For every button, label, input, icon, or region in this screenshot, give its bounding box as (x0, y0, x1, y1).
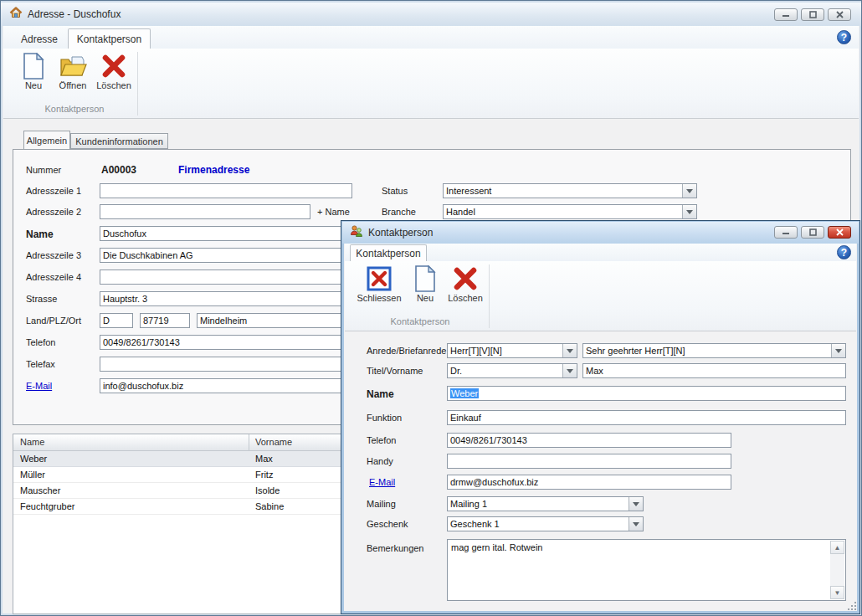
schliessen-button[interactable]: Schliessen (355, 264, 403, 303)
anrede-combo[interactable]: Herr[T][V][N] (447, 343, 577, 358)
screen: Adresse - Duschofux Adresse Kontaktperso… (0, 0, 862, 616)
handy-label: Handy (367, 456, 393, 466)
resize-grip[interactable] (848, 602, 856, 610)
chevron-down-icon[interactable] (562, 364, 577, 377)
main-titlebar[interactable]: Adresse - Duschofux (1, 3, 861, 26)
contact-person-icon (350, 224, 363, 241)
dialog-name-input[interactable]: Weber (447, 386, 846, 401)
telefon-label: Telefon (26, 337, 55, 347)
adresszeile1-input[interactable] (100, 183, 352, 198)
scrollbar[interactable]: ▲ ▼ (830, 541, 844, 599)
tab-allgemein[interactable]: Allgemein (23, 131, 70, 150)
chevron-down-icon[interactable] (562, 344, 577, 357)
cell-vorname: Sabine (255, 501, 284, 511)
dialog-maximize-button[interactable] (801, 226, 824, 239)
chevron-down-icon[interactable] (831, 344, 845, 357)
column-header-name[interactable]: Name (20, 437, 44, 447)
cell-name: Müller (20, 470, 45, 480)
plus-name-label: + Name (317, 207, 350, 217)
chevron-down-icon[interactable] (682, 205, 696, 218)
dialog-neu-button[interactable]: Neu (408, 264, 442, 303)
scroll-down-icon[interactable]: ▼ (830, 586, 844, 599)
dialog-loeschen-button-label: Löschen (448, 293, 483, 303)
chevron-down-icon[interactable] (682, 184, 696, 198)
schliessen-button-label: Schliessen (357, 293, 401, 303)
strasse-input[interactable] (100, 291, 357, 306)
dialog-close-button[interactable] (828, 226, 851, 239)
dialog-ribbon-group-label: Kontaktperson (355, 316, 485, 326)
tab-adresse[interactable]: Adresse (13, 29, 66, 49)
dialog-minimize-button[interactable] (774, 226, 798, 239)
chevron-down-icon[interactable] (629, 497, 643, 511)
dialog-name-label: Name (367, 388, 394, 400)
ort-input[interactable] (197, 313, 357, 328)
geschenk-label: Geschenk (367, 519, 408, 529)
oeffnen-button-label: Öffnen (59, 80, 87, 90)
cell-vorname: Fritz (255, 470, 273, 480)
name-input[interactable] (100, 226, 357, 241)
nummer-value: A00003 (101, 164, 136, 176)
oeffnen-button[interactable]: Öffnen (54, 52, 92, 90)
cell-name: Feuchtgruber (20, 501, 74, 511)
telefon-input[interactable] (100, 335, 357, 350)
dialog-loeschen-button[interactable]: Löschen (445, 264, 485, 303)
email-input[interactable] (100, 378, 357, 393)
vorname-input[interactable] (582, 363, 846, 378)
chevron-down-icon[interactable] (629, 517, 643, 531)
status-value: Interessent (446, 186, 680, 196)
delete-x-icon (101, 52, 126, 80)
scroll-up-icon[interactable]: ▲ (830, 541, 844, 554)
branche-label: Branche (382, 207, 416, 217)
close-button[interactable] (828, 8, 851, 21)
dialog-ribbon-group-separator (489, 264, 490, 328)
adresszeile3-label: Adresszeile 3 (26, 250, 81, 260)
branche-combo[interactable]: Handel (443, 204, 697, 219)
cell-vorname: Isolde (255, 485, 280, 495)
land-input[interactable] (100, 313, 133, 328)
cell-name: Weber (20, 454, 47, 464)
dialog-help-icon[interactable]: ? (837, 245, 851, 259)
dialog-neu-button-label: Neu (417, 293, 434, 303)
plz-input[interactable] (140, 313, 190, 328)
adresszeile3-input[interactable] (100, 248, 357, 263)
briefanrede-combo[interactable]: Sehr geehrter Herr[T][N] (582, 343, 846, 358)
main-ribbon-group-label: Kontaktperson (15, 104, 134, 114)
geschenk-combo[interactable]: Geschenk 1 (447, 516, 644, 531)
minimize-button[interactable] (774, 8, 798, 21)
funktion-input[interactable] (447, 410, 846, 425)
neu-button[interactable]: Neu (15, 52, 52, 90)
adresszeile2-input[interactable] (100, 204, 310, 219)
telefax-input[interactable] (100, 357, 357, 372)
bemerkungen-textarea[interactable]: mag gern ital. Rotwein ▲ ▼ (447, 539, 846, 601)
titel-combo[interactable]: Dr. (447, 363, 577, 378)
main-window-title: Adresse - Duschofux (28, 8, 121, 20)
briefanrede-value: Sehr geehrter Herr[T][N] (586, 346, 829, 356)
status-label: Status (382, 186, 408, 196)
dialog-telefon-input[interactable] (447, 433, 731, 448)
titel-value: Dr. (450, 366, 560, 376)
loeschen-button[interactable]: Löschen (94, 52, 134, 90)
tab-kontaktperson-label: Kontaktperson (77, 33, 141, 45)
tab-kundeninformationen-label: Kundeninformationen (75, 136, 163, 146)
mailing-combo[interactable]: Mailing 1 (447, 496, 644, 511)
firmenadresse-link[interactable]: Firmenadresse (178, 164, 249, 176)
help-icon[interactable]: ? (837, 30, 851, 44)
tab-kundeninformationen[interactable]: Kundeninformationen (70, 133, 168, 149)
anrede-value: Herr[T][V][N] (450, 346, 560, 356)
email-link[interactable]: E-Mail (26, 381, 52, 391)
dialog-tab-kontaktperson[interactable]: Kontaktperson (350, 244, 427, 261)
cell-vorname: Max (255, 454, 273, 464)
tab-kontaktperson[interactable]: Kontaktperson (68, 28, 151, 49)
dialog-email-input[interactable] (447, 475, 731, 490)
new-document-icon (414, 264, 436, 293)
status-combo[interactable]: Interessent (443, 183, 697, 198)
column-divider[interactable] (249, 434, 249, 450)
dialog-email-link[interactable]: E-Mail (369, 477, 395, 487)
telefax-label: Telefax (26, 359, 55, 369)
adresszeile4-input[interactable] (100, 270, 357, 285)
maximize-button[interactable] (801, 8, 824, 21)
handy-input[interactable] (447, 454, 731, 469)
dialog-title: Kontaktperson (368, 227, 433, 239)
column-header-vorname[interactable]: Vorname (255, 437, 292, 447)
land-plz-ort-label: Land/PLZ/Ort (26, 316, 81, 326)
